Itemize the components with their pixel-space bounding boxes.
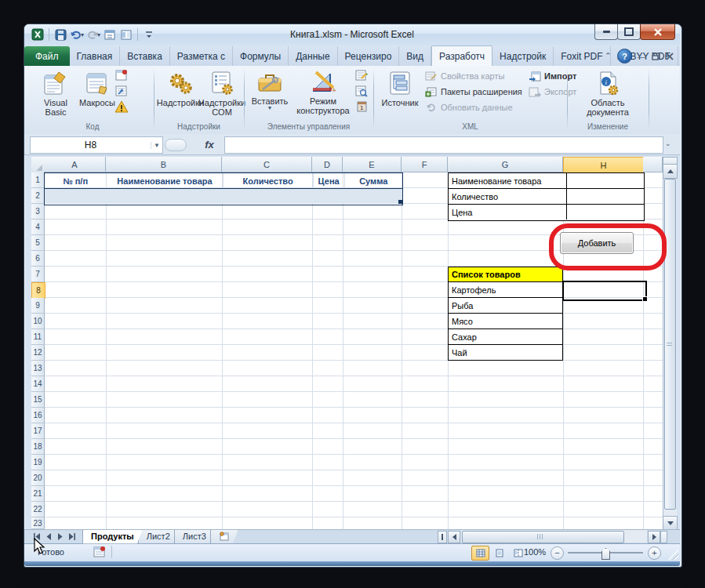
row-header-18[interactable]: 18 — [31, 439, 45, 455]
cell-G11[interactable]: Сахар — [449, 329, 562, 345]
tab-page-layout[interactable]: Разметка с — [170, 46, 233, 67]
tab-addins[interactable]: Надстройк — [492, 46, 554, 67]
highlighted-range-A2-E2[interactable] — [45, 189, 402, 204]
cell-G3[interactable]: Цена — [449, 205, 567, 220]
sheet-tab-products[interactable]: Продукты — [82, 530, 143, 544]
tab-file[interactable]: Файл — [24, 46, 70, 67]
next-sheet-button[interactable] — [54, 531, 66, 543]
tab-split-handle[interactable] — [438, 531, 447, 543]
cell-G10[interactable]: Мясо — [449, 314, 562, 329]
tab-formulas[interactable]: Формулы — [233, 46, 289, 67]
row-header-17[interactable]: 17 — [31, 423, 45, 439]
tab-insert[interactable]: Вставка — [120, 46, 170, 67]
selected-cell-H8[interactable] — [562, 281, 647, 301]
workbook-minimize-icon[interactable]: — — [638, 52, 646, 61]
row-header-7[interactable]: 7 — [31, 267, 45, 282]
row-header-19[interactable]: 19 — [31, 455, 45, 470]
group-label-modify: Изменение — [567, 122, 649, 131]
row-header-21[interactable]: 21 — [31, 486, 45, 502]
insert-worksheet-tab[interactable] — [210, 530, 238, 544]
zoom-in-button[interactable]: + — [648, 546, 661, 560]
workbook-restore-icon[interactable] — [652, 49, 660, 64]
fill-handle[interactable] — [642, 296, 648, 302]
minimize-button[interactable] — [594, 24, 618, 40]
page-layout-view-button[interactable] — [490, 546, 508, 561]
tab-view[interactable]: Вид — [399, 46, 431, 67]
column-header-F[interactable]: F — [402, 157, 448, 172]
column-header-A[interactable]: A — [44, 157, 106, 172]
row-header-5[interactable]: 5 — [31, 235, 45, 251]
column-header-E[interactable]: E — [343, 157, 402, 172]
row-header-11[interactable]: 11 — [31, 329, 45, 345]
tab-data[interactable]: Данные — [289, 46, 337, 67]
select-all-corner[interactable] — [31, 157, 45, 173]
cell-G7-list-title[interactable]: Список товаров — [448, 267, 563, 282]
row-header-16[interactable]: 16 — [31, 408, 45, 423]
column-header-B[interactable]: B — [106, 157, 222, 172]
cell-G1[interactable]: Наименование товара — [449, 173, 567, 188]
formula-bar-splitter[interactable] — [165, 139, 187, 151]
hscroll-left-button[interactable] — [448, 531, 460, 543]
row-header-13[interactable]: 13 — [31, 361, 45, 376]
tab-foxit-pdf[interactable]: Foxit PDF — [554, 46, 610, 67]
zoom-out-button[interactable]: − — [551, 546, 564, 560]
tab-review[interactable]: Рецензиро — [338, 46, 400, 67]
cell-H2[interactable] — [567, 189, 644, 204]
cell-G8[interactable]: Картофель — [449, 282, 562, 298]
name-box[interactable]: H8 ▼ — [30, 136, 163, 154]
last-sheet-button[interactable] — [66, 531, 78, 543]
cell-A1[interactable]: № п/п — [45, 173, 107, 188]
row-header-22[interactable]: 22 — [31, 502, 45, 517]
normal-view-button[interactable] — [471, 546, 489, 561]
close-button[interactable] — [640, 24, 675, 40]
row-header-20[interactable]: 20 — [31, 470, 45, 486]
row-header-14[interactable]: 14 — [31, 376, 45, 392]
row-header-23[interactable]: 23 — [31, 517, 45, 529]
cell-C1[interactable]: Количество — [223, 173, 314, 188]
tab-home[interactable]: Главная — [70, 46, 121, 67]
cell-B1[interactable]: Наименование товара — [107, 173, 223, 188]
hscroll-right-button[interactable] — [648, 531, 660, 543]
cell-D1[interactable]: Цена — [314, 173, 345, 188]
workbook-close-icon[interactable] — [666, 49, 674, 64]
cell-G9[interactable]: Рыба — [449, 298, 562, 314]
sheet-tab-list2[interactable]: Лист2 — [138, 530, 179, 544]
column-header-partial[interactable] — [643, 157, 663, 172]
minimize-ribbon-icon[interactable]: ⌃ — [605, 51, 612, 61]
insert-function-button[interactable]: fx — [198, 137, 221, 151]
zoom-level[interactable]: 100% — [524, 547, 546, 557]
row-header-8[interactable]: 8 — [31, 282, 45, 299]
range-corner-handle — [398, 200, 402, 204]
row-header-1[interactable]: 1 — [31, 172, 45, 188]
row-header-12[interactable]: 12 — [31, 345, 45, 361]
column-header-D[interactable]: D — [312, 157, 343, 172]
sheet-tab-list3[interactable]: Лист3 — [174, 530, 215, 544]
expand-formula-bar-icon[interactable]: ⌄ — [665, 140, 671, 147]
scrollbar-resize-divider[interactable] — [660, 531, 667, 543]
record-macro-status-button[interactable] — [93, 546, 107, 561]
column-header-C[interactable]: C — [222, 157, 312, 172]
horizontal-scroll-thumb[interactable] — [462, 531, 624, 543]
ribbon-group-modify: Изменение — [567, 66, 649, 132]
column-header-H[interactable]: H — [563, 157, 644, 173]
row-header-10[interactable]: 10 — [31, 314, 45, 329]
row-header-9[interactable]: 9 — [31, 298, 45, 314]
row-header-6[interactable]: 6 — [31, 251, 45, 267]
cell-H1[interactable] — [567, 173, 644, 188]
cell-H3[interactable] — [567, 205, 644, 220]
cell-G2[interactable]: Количество — [449, 189, 567, 204]
name-box-dropdown-icon[interactable]: ▼ — [151, 142, 162, 149]
row-header-4[interactable]: 4 — [31, 220, 45, 235]
cell-E1[interactable]: Сумма — [345, 173, 403, 188]
restore-button[interactable] — [617, 24, 641, 40]
help-icon[interactable]: ? — [617, 49, 632, 64]
column-header-G[interactable]: G — [448, 157, 563, 172]
row-header-15[interactable]: 15 — [31, 392, 45, 408]
row-header-2[interactable]: 2 — [31, 188, 45, 204]
row-header-3[interactable]: 3 — [31, 204, 45, 220]
vertical-scroll-thumb[interactable] — [664, 179, 676, 510]
tab-developer-selected[interactable]: Разработч — [431, 45, 492, 67]
formula-input[interactable] — [224, 136, 663, 154]
scroll-up-button[interactable] — [663, 164, 678, 179]
cell-G12[interactable]: Чай — [449, 345, 562, 360]
